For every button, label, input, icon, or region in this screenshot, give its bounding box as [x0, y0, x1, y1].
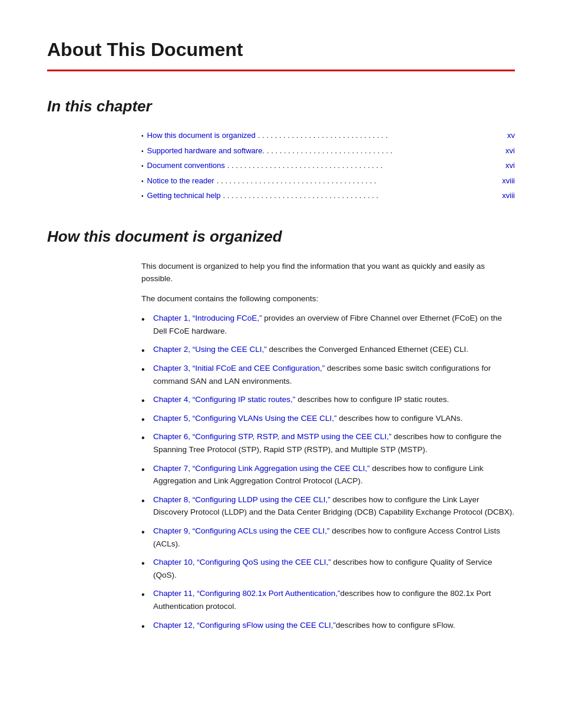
intro-paragraph-1: This document is organized to help you f…	[47, 260, 515, 285]
in-this-chapter-heading: In this chapter	[47, 95, 515, 118]
page-title: About This Document	[47, 35, 515, 64]
toc-link[interactable]: Getting technical help	[147, 190, 221, 202]
list-item: Chapter 11, “Configuring 802.1x Port Aut…	[141, 587, 515, 612]
intro-paragraph-2: The document contains the following comp…	[47, 292, 515, 305]
toc-item: • Notice to the reader . . . . . . . . .…	[141, 175, 515, 187]
toc-page-number: xviii	[497, 190, 515, 202]
list-item: Chapter 4, “Configuring IP static routes…	[141, 393, 515, 406]
toc-item: • Document conventions . . . . . . . . .…	[141, 160, 515, 172]
chapter-description: describes how to configure IP static rou…	[295, 395, 449, 404]
toc-dots: . . . . . . . . . . . . . . . . . . . . …	[267, 145, 495, 157]
toc-page-number: xvi	[497, 160, 515, 172]
toc-link[interactable]: Supported hardware and software.	[147, 145, 265, 157]
list-item: Chapter 1, “Introducing FCoE,” provides …	[141, 312, 515, 337]
chapter-link[interactable]: Chapter 11, “Configuring 802.1x Port Aut…	[153, 589, 340, 598]
list-item: Chapter 7, “Configuring Link Aggregation…	[141, 462, 515, 487]
chapter-link[interactable]: Chapter 8, “Configuring LLDP using the C…	[153, 495, 330, 504]
list-item: Chapter 3, “Initial FCoE and CEE Configu…	[141, 362, 515, 387]
toc-item: • How this document is organized . . . .…	[141, 130, 515, 141]
toc-page-number: xviii	[497, 175, 515, 187]
list-item: Chapter 10, “Configuring QoS using the C…	[141, 556, 515, 581]
toc-page-number: xv	[497, 130, 515, 141]
chapter-link[interactable]: Chapter 6, “Configuring STP, RSTP, and M…	[153, 432, 391, 441]
page-container: About This Document In this chapter • Ho…	[0, 0, 562, 728]
list-item: Chapter 8, “Configuring LLDP using the C…	[141, 493, 515, 519]
chapter-link[interactable]: Chapter 7, “Configuring Link Aggregation…	[153, 464, 370, 473]
toc-link[interactable]: How this document is organized	[147, 130, 256, 141]
how-organized-heading: How this document is organized	[47, 225, 515, 248]
chapter-link[interactable]: Chapter 9, “Configuring ACLs using the C…	[153, 526, 329, 535]
toc-dots: . . . . . . . . . . . . . . . . . . . . …	[258, 130, 495, 141]
toc-item: • Supported hardware and software. . . .…	[141, 145, 515, 157]
chapter-link[interactable]: Chapter 2, “Using the CEE CLI,”	[153, 345, 267, 354]
toc-container: • How this document is organized . . . .…	[47, 130, 515, 202]
list-item: Chapter 2, “Using the CEE CLI,” describe…	[141, 343, 515, 356]
chapter-link[interactable]: Chapter 3, “Initial FCoE and CEE Configu…	[153, 364, 325, 373]
toc-bullet: •	[141, 192, 144, 200]
in-this-chapter-section: In this chapter • How this document is o…	[47, 95, 515, 202]
chapter-link[interactable]: Chapter 4, “Configuring IP static routes…	[153, 395, 295, 404]
list-item: Chapter 12, “Configuring sFlow using the…	[141, 619, 515, 632]
toc-page-number: xvi	[497, 145, 515, 157]
toc-link[interactable]: Document conventions	[147, 160, 225, 172]
toc-bullet: •	[141, 131, 144, 140]
chapter-description: describes how to configure VLANs.	[336, 414, 462, 423]
chapter-description: describes the Converged Enhanced Etherne…	[267, 345, 468, 354]
toc-bullet: •	[141, 147, 144, 156]
toc-bullet: •	[141, 162, 144, 170]
list-item: Chapter 9, “Configuring ACLs using the C…	[141, 525, 515, 550]
chapter-link[interactable]: Chapter 12, “Configuring sFlow using the…	[153, 621, 336, 630]
toc-item: • Getting technical help . . . . . . . .…	[141, 190, 515, 202]
chapter-description: describes how to configure sFlow.	[336, 621, 455, 630]
chapters-list: Chapter 1, “Introducing FCoE,” provides …	[47, 312, 515, 631]
toc-dots: . . . . . . . . . . . . . . . . . . . . …	[223, 190, 495, 202]
chapter-link[interactable]: Chapter 10, “Configuring QoS using the C…	[153, 558, 331, 566]
toc-bullet: •	[141, 177, 144, 186]
toc-dots: . . . . . . . . . . . . . . . . . . . . …	[217, 175, 495, 187]
list-item: Chapter 5, “Configuring VLANs Using the …	[141, 412, 515, 425]
chapter-link[interactable]: Chapter 1, “Introducing FCoE,”	[153, 314, 262, 322]
toc-dots: . . . . . . . . . . . . . . . . . . . . …	[227, 160, 495, 172]
chapter-link[interactable]: Chapter 5, “Configuring VLANs Using the …	[153, 414, 336, 423]
how-organized-section: How this document is organized This docu…	[47, 225, 515, 632]
title-divider	[47, 70, 515, 71]
list-item: Chapter 6, “Configuring STP, RSTP, and M…	[141, 430, 515, 456]
toc-link[interactable]: Notice to the reader	[147, 175, 214, 187]
toc-items: • How this document is organized . . . .…	[141, 130, 515, 202]
